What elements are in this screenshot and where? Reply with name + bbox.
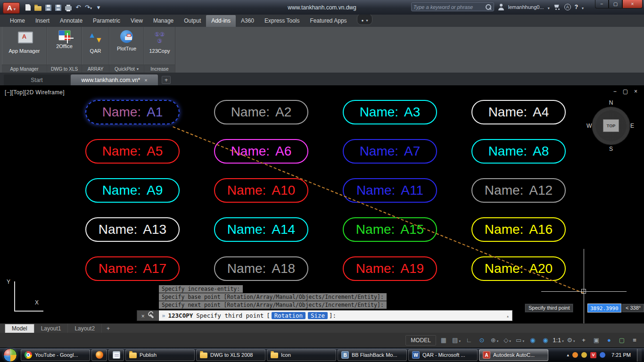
a360-icon[interactable] <box>564 4 571 10</box>
stamp-a13[interactable]: Name:A13 <box>85 217 180 242</box>
ribbon-tab-a360[interactable]: A360 <box>236 15 259 27</box>
autocomplete-caret-icon[interactable] <box>506 312 509 319</box>
stamp-a7[interactable]: Name:A7 <box>343 139 437 164</box>
snap-mode-icon[interactable]: ▤ <box>451 335 462 346</box>
clean-screen-icon[interactable]: ▢ <box>616 335 627 346</box>
file-tab-www-tankhanh-com-vn[interactable]: www.tankhanh.com.vn*× <box>71 74 158 85</box>
dynamic-input-value[interactable]: 3892.3990 <box>587 304 621 313</box>
ribbon-tab-add-ins[interactable]: Add-ins <box>206 15 236 27</box>
isodraft-icon[interactable]: ◇ <box>502 335 513 346</box>
save-icon[interactable] <box>45 5 51 11</box>
ribbon-tab-manage[interactable]: Manage <box>148 15 179 27</box>
polar-tracking-icon[interactable]: ⊙ <box>476 335 487 346</box>
hardware-accel-icon[interactable]: ● <box>603 335 615 346</box>
command-option-rotation[interactable]: Rotation <box>272 312 305 319</box>
taskbar-button-firefox[interactable] <box>91 349 107 361</box>
stamp-a17[interactable]: Name:A17 <box>85 256 180 281</box>
stamp-a19[interactable]: Name:A19 <box>343 256 437 281</box>
plot-icon[interactable] <box>65 6 72 10</box>
stamp-a2[interactable]: Name:A2 <box>214 100 308 124</box>
tray-blue-app-icon[interactable] <box>600 352 605 358</box>
stamp-a14[interactable]: Name:A14 <box>214 217 308 242</box>
tray-orange-app-icon[interactable] <box>572 352 578 358</box>
new-drawing-tab-button[interactable]: + <box>162 76 171 84</box>
move-pan-icon[interactable]: + <box>578 335 589 346</box>
grid-display-icon[interactable]: ▦ <box>438 335 449 346</box>
start-button[interactable] <box>3 348 17 362</box>
file-tab-start[interactable]: Start <box>4 74 70 85</box>
redo-icon[interactable]: ↷ <box>85 4 92 11</box>
layout-tab-layout2[interactable]: Layout2 <box>68 324 102 333</box>
help-caret-icon[interactable] <box>582 3 584 11</box>
drawing-canvas[interactable]: [−][Top][2D Wireframe] −▢× N S W E TOP N… <box>0 85 644 323</box>
tray-red-app-icon[interactable]: V <box>590 352 596 358</box>
show-desktop-button[interactable] <box>637 349 642 362</box>
model-space-button[interactable]: MODEL <box>405 335 436 346</box>
taskbar-button-dwg-to-xls-2008[interactable]: DWG to XLS 2008 <box>196 349 265 361</box>
new-layout-button[interactable]: + <box>102 324 115 333</box>
user-menu-caret-icon[interactable] <box>548 3 550 11</box>
minimize-button[interactable]: − <box>595 0 609 8</box>
ribbon-tab-parametric[interactable]: Parametric <box>88 15 125 27</box>
ribbon-button-2office[interactable]: 2Office <box>47 27 82 65</box>
ribbon-tab-view[interactable]: View <box>125 15 148 27</box>
ribbon-button-qar[interactable]: QAR <box>82 27 109 65</box>
ribbon-tab-insert[interactable]: Insert <box>30 15 55 27</box>
command-input[interactable]: 123COPY Specify third point [ RotationSi… <box>159 310 512 321</box>
stamp-a12[interactable]: Name:A12 <box>471 178 566 203</box>
stamp-a20[interactable]: Name:A20 <box>471 256 566 281</box>
annotation-scale-button[interactable]: 1:1 <box>553 335 564 346</box>
ribbon-button-plottrue[interactable]: PlotTrue <box>109 27 144 65</box>
stamp-a11[interactable]: Name:A11 <box>343 178 437 203</box>
tray-yellow-app-icon[interactable] <box>581 352 587 358</box>
stamp-a15[interactable]: Name:A15 <box>343 217 437 242</box>
panel-footer-increase[interactable]: Increase <box>144 65 175 73</box>
panel-footer-quickplot[interactable]: QuickPlot <box>109 65 144 73</box>
file-tab-close-icon[interactable]: × <box>144 77 147 83</box>
stamp-a1[interactable]: Name:A1 <box>85 100 180 124</box>
taskbar-button-bb-flashback-mo[interactable]: BBB FlashBack Mo... <box>338 349 407 361</box>
object-snap-icon[interactable]: ⊕ <box>489 335 500 346</box>
stamp-a4[interactable]: Name:A4 <box>471 100 566 124</box>
app-menu-button[interactable]: A <box>3 2 20 14</box>
ribbon-button-123copy[interactable]: ①②③123Copy <box>144 27 175 65</box>
stamp-a18[interactable]: Name:A18 <box>214 256 308 281</box>
new-file-icon[interactable] <box>25 4 31 11</box>
ortho-icon[interactable]: ∟ <box>463 335 475 346</box>
open-file-icon[interactable] <box>34 6 41 11</box>
selection-cycling-icon[interactable]: ▭ <box>514 335 526 346</box>
command-close-icon[interactable] <box>141 312 145 320</box>
status-menu-icon[interactable]: ≡ <box>629 335 640 346</box>
layout-tab-layout1[interactable]: Layout1 <box>34 324 68 333</box>
stamp-a5[interactable]: Name:A5 <box>85 139 180 164</box>
signed-in-user[interactable]: lemanhhung0... <box>508 4 544 10</box>
search-icon[interactable] <box>485 4 492 10</box>
maximize-button[interactable]: ▢ <box>609 0 622 8</box>
ribbon-tab-featured-apps[interactable]: Featured Apps <box>305 15 352 27</box>
layout-tab-model[interactable]: Model <box>5 324 34 333</box>
taskbar-button-notepad[interactable] <box>108 349 124 361</box>
ribbon-tab-home[interactable]: Home <box>5 15 30 27</box>
recent-commands-icon[interactable] <box>162 312 168 319</box>
help-button[interactable]: ? <box>575 4 578 10</box>
workspace-gear-icon[interactable]: ⚙ <box>565 335 577 346</box>
autoscale-icon[interactable]: ◉ <box>540 335 551 346</box>
panel-footer-array[interactable]: ARRAY <box>82 65 109 73</box>
connect-dropdown[interactable] <box>357 14 373 25</box>
store-cart-icon[interactable] <box>553 4 561 10</box>
save-as-icon[interactable] <box>55 5 61 11</box>
annotation-visibility-icon[interactable]: ◉ <box>527 335 538 346</box>
ribbon-tab-express-tools[interactable]: Express Tools <box>259 15 305 27</box>
isolate-objects-icon[interactable]: ▣ <box>591 335 602 346</box>
qat-customize-icon[interactable]: ▾ <box>96 4 101 11</box>
ribbon-tab-annotate[interactable]: Annotate <box>55 15 88 27</box>
taskbar-button-icon[interactable]: Icon <box>267 349 336 361</box>
close-button[interactable]: × <box>622 0 643 8</box>
ribbon-tab-output[interactable]: Output <box>179 15 206 27</box>
tray-expand-icon[interactable]: ▴ <box>567 353 570 357</box>
taskbar-button-youtube-googl[interactable]: YouTube - Googl... <box>21 349 90 361</box>
undo-icon[interactable]: ↶ <box>75 4 81 11</box>
stamp-a9[interactable]: Name:A9 <box>85 178 180 203</box>
panel-footer-app-manager[interactable]: App Manager <box>2 65 47 73</box>
stamp-a8[interactable]: Name:A8 <box>471 139 566 164</box>
